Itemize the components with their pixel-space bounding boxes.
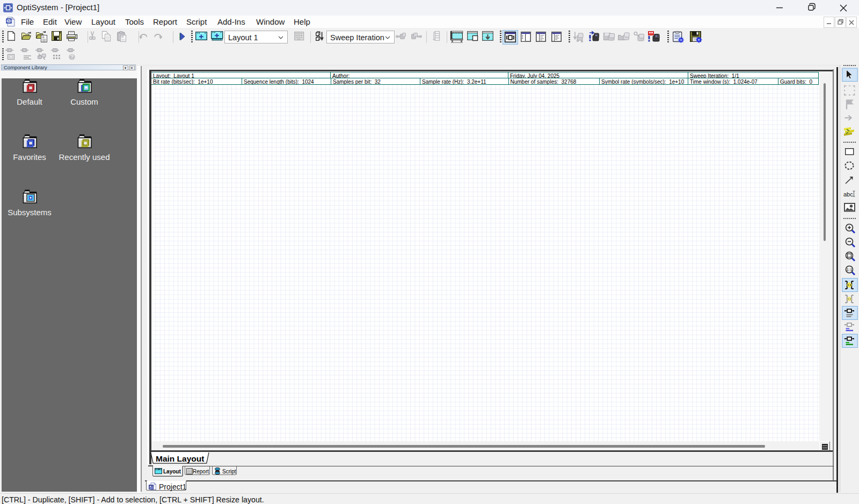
svg-text:abc: abc [843, 191, 853, 198]
svg-text:1:1: 1:1 [847, 267, 853, 272]
